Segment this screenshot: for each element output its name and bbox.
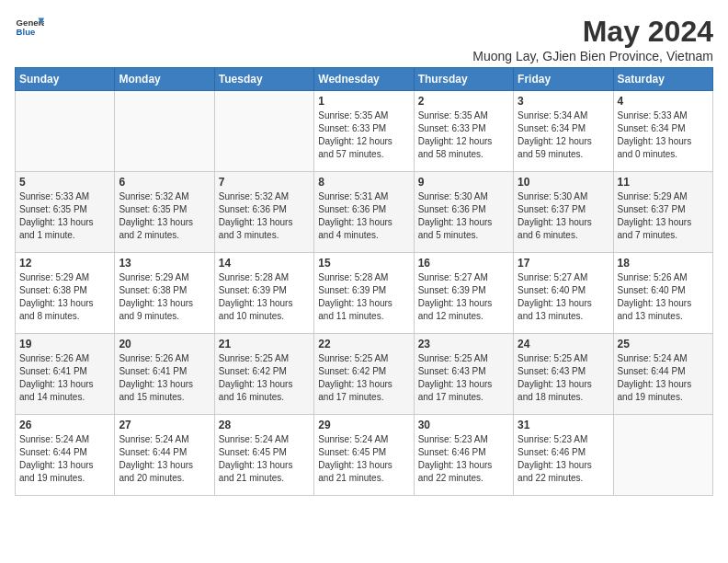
- day-info: Sunrise: 5:31 AMSunset: 6:36 PMDaylight:…: [318, 190, 409, 242]
- day-number: 5: [19, 176, 110, 189]
- day-info: Sunrise: 5:24 AMSunset: 6:45 PMDaylight:…: [219, 433, 310, 485]
- title-block: May 2024 Muong Lay, GJien Bien Province,…: [472, 15, 713, 63]
- location-subtitle: Muong Lay, GJien Bien Province, Vietnam: [472, 49, 713, 63]
- calendar-week-row: 5 Sunrise: 5:33 AMSunset: 6:35 PMDayligh…: [16, 172, 713, 253]
- day-info: Sunrise: 5:26 AMSunset: 6:41 PMDaylight:…: [119, 352, 210, 404]
- calendar-cell: 18 Sunrise: 5:26 AMSunset: 6:40 PMDaylig…: [613, 253, 712, 334]
- day-number: 29: [318, 419, 409, 431]
- day-info: Sunrise: 5:25 AMSunset: 6:42 PMDaylight:…: [219, 352, 310, 404]
- calendar-cell: 29 Sunrise: 5:24 AMSunset: 6:45 PMDaylig…: [314, 415, 414, 496]
- day-number: 30: [418, 419, 509, 431]
- calendar-week-row: 12 Sunrise: 5:29 AMSunset: 6:38 PMDaylig…: [16, 253, 713, 334]
- day-info: Sunrise: 5:24 AMSunset: 6:44 PMDaylight:…: [119, 433, 210, 485]
- calendar-cell: 20 Sunrise: 5:26 AMSunset: 6:41 PMDaylig…: [115, 334, 214, 415]
- day-info: Sunrise: 5:32 AMSunset: 6:36 PMDaylight:…: [219, 190, 310, 242]
- calendar-cell: 23 Sunrise: 5:25 AMSunset: 6:43 PMDaylig…: [414, 334, 513, 415]
- calendar-cell: [214, 91, 313, 172]
- day-info: Sunrise: 5:33 AMSunset: 6:34 PMDaylight:…: [618, 109, 709, 161]
- calendar-cell: 16 Sunrise: 5:27 AMSunset: 6:39 PMDaylig…: [414, 253, 513, 334]
- day-info: Sunrise: 5:25 AMSunset: 6:42 PMDaylight:…: [318, 352, 409, 404]
- day-number: 7: [219, 176, 310, 189]
- weekday-header: Friday: [514, 68, 613, 91]
- day-number: 2: [418, 95, 509, 108]
- day-number: 19: [19, 338, 110, 350]
- calendar-cell: 24 Sunrise: 5:25 AMSunset: 6:43 PMDaylig…: [514, 334, 613, 415]
- weekday-header: Sunday: [16, 68, 115, 91]
- day-info: Sunrise: 5:29 AMSunset: 6:38 PMDaylight:…: [119, 271, 210, 323]
- day-info: Sunrise: 5:30 AMSunset: 6:36 PMDaylight:…: [418, 190, 509, 242]
- calendar-week-row: 26 Sunrise: 5:24 AMSunset: 6:44 PMDaylig…: [16, 415, 713, 496]
- day-number: 11: [618, 176, 709, 189]
- day-number: 25: [618, 338, 709, 350]
- day-info: Sunrise: 5:33 AMSunset: 6:35 PMDaylight:…: [19, 190, 110, 242]
- svg-text:Blue: Blue: [17, 27, 36, 37]
- page-header: General Blue May 2024 Muong Lay, GJien B…: [15, 15, 713, 63]
- logo: General Blue: [15, 15, 44, 40]
- day-info: Sunrise: 5:30 AMSunset: 6:37 PMDaylight:…: [518, 190, 609, 242]
- calendar-cell: [115, 91, 214, 172]
- weekday-header: Tuesday: [214, 68, 313, 91]
- calendar-cell: 28 Sunrise: 5:24 AMSunset: 6:45 PMDaylig…: [214, 415, 313, 496]
- calendar-cell: 3 Sunrise: 5:34 AMSunset: 6:34 PMDayligh…: [514, 91, 613, 172]
- day-number: 15: [318, 257, 409, 270]
- day-number: 6: [119, 176, 210, 189]
- weekday-header: Thursday: [414, 68, 513, 91]
- day-number: 12: [19, 257, 110, 270]
- calendar-cell: 26 Sunrise: 5:24 AMSunset: 6:44 PMDaylig…: [16, 415, 115, 496]
- day-number: 1: [318, 95, 409, 108]
- calendar-cell: 8 Sunrise: 5:31 AMSunset: 6:36 PMDayligh…: [314, 172, 414, 253]
- calendar-cell: 5 Sunrise: 5:33 AMSunset: 6:35 PMDayligh…: [16, 172, 115, 253]
- day-number: 23: [418, 338, 509, 350]
- day-info: Sunrise: 5:24 AMSunset: 6:44 PMDaylight:…: [618, 352, 709, 404]
- weekday-header: Wednesday: [314, 68, 414, 91]
- day-info: Sunrise: 5:28 AMSunset: 6:39 PMDaylight:…: [219, 271, 310, 323]
- day-number: 21: [219, 338, 310, 350]
- day-info: Sunrise: 5:23 AMSunset: 6:46 PMDaylight:…: [518, 433, 609, 485]
- day-info: Sunrise: 5:32 AMSunset: 6:35 PMDaylight:…: [119, 190, 210, 242]
- month-year-title: May 2024: [472, 15, 713, 49]
- calendar-cell: 14 Sunrise: 5:28 AMSunset: 6:39 PMDaylig…: [214, 253, 313, 334]
- day-info: Sunrise: 5:29 AMSunset: 6:38 PMDaylight:…: [19, 271, 110, 323]
- day-info: Sunrise: 5:29 AMSunset: 6:37 PMDaylight:…: [618, 190, 709, 242]
- day-info: Sunrise: 5:34 AMSunset: 6:34 PMDaylight:…: [518, 109, 609, 161]
- calendar-cell: 25 Sunrise: 5:24 AMSunset: 6:44 PMDaylig…: [613, 334, 712, 415]
- calendar-cell: 13 Sunrise: 5:29 AMSunset: 6:38 PMDaylig…: [115, 253, 214, 334]
- calendar-cell: 6 Sunrise: 5:32 AMSunset: 6:35 PMDayligh…: [115, 172, 214, 253]
- calendar-cell: 12 Sunrise: 5:29 AMSunset: 6:38 PMDaylig…: [16, 253, 115, 334]
- calendar-cell: 21 Sunrise: 5:25 AMSunset: 6:42 PMDaylig…: [214, 334, 313, 415]
- day-info: Sunrise: 5:25 AMSunset: 6:43 PMDaylight:…: [518, 352, 609, 404]
- day-number: 18: [618, 257, 709, 270]
- day-number: 17: [518, 257, 609, 270]
- calendar-table: SundayMondayTuesdayWednesdayThursdayFrid…: [15, 67, 713, 496]
- day-info: Sunrise: 5:35 AMSunset: 6:33 PMDaylight:…: [318, 109, 409, 161]
- calendar-week-row: 1 Sunrise: 5:35 AMSunset: 6:33 PMDayligh…: [16, 91, 713, 172]
- day-info: Sunrise: 5:25 AMSunset: 6:43 PMDaylight:…: [418, 352, 509, 404]
- day-info: Sunrise: 5:35 AMSunset: 6:33 PMDaylight:…: [418, 109, 509, 161]
- day-number: 9: [418, 176, 509, 189]
- day-number: 8: [318, 176, 409, 189]
- day-info: Sunrise: 5:28 AMSunset: 6:39 PMDaylight:…: [318, 271, 409, 323]
- day-number: 4: [618, 95, 709, 108]
- day-info: Sunrise: 5:26 AMSunset: 6:41 PMDaylight:…: [19, 352, 110, 404]
- calendar-cell: 10 Sunrise: 5:30 AMSunset: 6:37 PMDaylig…: [514, 172, 613, 253]
- calendar-cell: 2 Sunrise: 5:35 AMSunset: 6:33 PMDayligh…: [414, 91, 513, 172]
- day-number: 22: [318, 338, 409, 350]
- day-number: 26: [19, 419, 110, 431]
- calendar-cell: 30 Sunrise: 5:23 AMSunset: 6:46 PMDaylig…: [414, 415, 513, 496]
- calendar-cell: 7 Sunrise: 5:32 AMSunset: 6:36 PMDayligh…: [214, 172, 313, 253]
- weekday-header: Saturday: [613, 68, 712, 91]
- day-number: 28: [219, 419, 310, 431]
- calendar-cell: 1 Sunrise: 5:35 AMSunset: 6:33 PMDayligh…: [314, 91, 414, 172]
- logo-icon: General Blue: [15, 15, 44, 40]
- day-number: 14: [219, 257, 310, 270]
- calendar-cell: 15 Sunrise: 5:28 AMSunset: 6:39 PMDaylig…: [314, 253, 414, 334]
- calendar-cell: 9 Sunrise: 5:30 AMSunset: 6:36 PMDayligh…: [414, 172, 513, 253]
- calendar-cell: 27 Sunrise: 5:24 AMSunset: 6:44 PMDaylig…: [115, 415, 214, 496]
- calendar-cell: [613, 415, 712, 496]
- day-number: 3: [518, 95, 609, 108]
- calendar-cell: 11 Sunrise: 5:29 AMSunset: 6:37 PMDaylig…: [613, 172, 712, 253]
- day-info: Sunrise: 5:24 AMSunset: 6:44 PMDaylight:…: [19, 433, 110, 485]
- calendar-cell: 4 Sunrise: 5:33 AMSunset: 6:34 PMDayligh…: [613, 91, 712, 172]
- calendar-cell: 17 Sunrise: 5:27 AMSunset: 6:40 PMDaylig…: [514, 253, 613, 334]
- weekday-header-row: SundayMondayTuesdayWednesdayThursdayFrid…: [16, 68, 713, 91]
